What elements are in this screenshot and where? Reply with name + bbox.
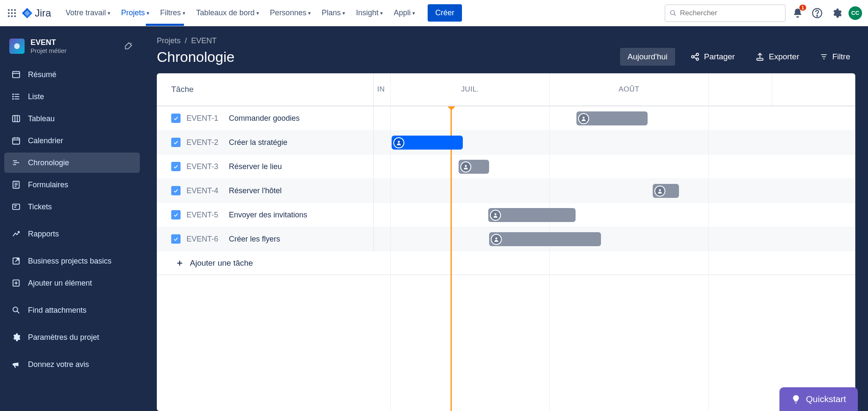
filter-button[interactable]: Filtre: [815, 49, 855, 65]
search-icon: [670, 9, 676, 17]
task-checkbox[interactable]: [171, 114, 181, 123]
assignee-avatar[interactable]: [491, 234, 502, 245]
export-button[interactable]: Exporter: [750, 49, 804, 65]
create-button[interactable]: Créer: [428, 4, 462, 22]
sidebar-item-feedback[interactable]: Donnez votre avis: [4, 354, 140, 375]
gear-icon: [11, 332, 21, 342]
svg-point-21: [13, 99, 14, 100]
chevron-down-icon: ▾: [308, 10, 311, 16]
chevron-down-icon: ▾: [183, 10, 185, 16]
breadcrumb-root[interactable]: Projets: [157, 36, 181, 45]
timeline-bar[interactable]: [459, 160, 489, 174]
summary-icon: [11, 69, 21, 80]
svg-point-13: [14, 43, 19, 49]
nav-insight[interactable]: Insight▾: [352, 6, 387, 20]
sidebar-item-project-settings[interactable]: Paramètres du projet: [4, 327, 140, 347]
timeline-bar[interactable]: [576, 111, 648, 125]
assignee-avatar[interactable]: [460, 161, 471, 172]
help-button[interactable]: [810, 6, 825, 21]
assignee-avatar[interactable]: [654, 186, 665, 197]
svg-rect-50: [757, 58, 763, 61]
task-checkbox[interactable]: [171, 162, 181, 171]
nav-plans[interactable]: Plans▾: [317, 6, 349, 20]
today-button[interactable]: Aujourd'hui: [620, 48, 675, 66]
task-row[interactable]: EVENT-2Créer la stratégie: [157, 131, 855, 155]
app-switcher-icon[interactable]: [6, 7, 18, 19]
chevron-down-icon: ▾: [256, 10, 259, 16]
breadcrumb-project[interactable]: EVENT: [191, 36, 217, 45]
nav-filters[interactable]: Filtres▾: [156, 6, 189, 20]
search-box[interactable]: [665, 4, 786, 22]
assignee-avatar[interactable]: [393, 137, 404, 148]
sidebar-item-list[interactable]: Liste: [4, 86, 140, 107]
jira-logo[interactable]: Jira: [21, 7, 51, 19]
plus-icon: [175, 259, 184, 267]
logo-text: Jira: [35, 7, 51, 19]
task-key: EVENT-5: [186, 211, 223, 219]
task-row[interactable]: EVENT-1Commander goodies: [157, 106, 855, 131]
settings-button[interactable]: [829, 6, 844, 21]
search-icon: [11, 305, 21, 315]
task-title: Créer la stratégie: [229, 138, 287, 147]
sidebar-item-board[interactable]: Tableau: [4, 108, 140, 129]
sidebar-item-shortcut[interactable]: Business projects basics: [4, 251, 140, 271]
chevron-down-icon: ▾: [380, 10, 383, 16]
svg-point-20: [13, 96, 14, 97]
sidebar-item-tickets[interactable]: Tickets: [4, 197, 140, 217]
task-key: EVENT-3: [186, 162, 223, 171]
task-row[interactable]: EVENT-3Réserver le lieu: [157, 155, 855, 179]
timeline-panel: Tâche IN JUIL. AOÛT EVENT-1Commander goo…: [157, 73, 855, 411]
board-icon: [11, 114, 21, 124]
sidebar-item-timeline[interactable]: Chronologie: [4, 153, 140, 173]
nav-projects[interactable]: Projets▾: [117, 6, 153, 20]
timeline-bar[interactable]: [489, 232, 601, 246]
nav-your-work[interactable]: Votre travail▾: [61, 6, 114, 20]
task-title: Réserver l'hôtel: [229, 186, 282, 195]
sidebar-item-calendar[interactable]: Calendrier: [4, 131, 140, 151]
add-task-button[interactable]: Ajouter une tâche: [157, 258, 374, 268]
task-row[interactable]: EVENT-5Envoyer des invitations: [157, 203, 855, 227]
search-input[interactable]: [680, 9, 781, 17]
task-column-header: Tâche: [157, 73, 374, 106]
svg-rect-6: [8, 15, 10, 17]
project-paint-icon[interactable]: [123, 40, 135, 52]
list-icon: [11, 92, 21, 102]
user-avatar[interactable]: CC: [849, 6, 862, 20]
timeline-bar[interactable]: [653, 184, 679, 198]
task-key: EVENT-6: [186, 235, 223, 244]
assignee-avatar[interactable]: [490, 210, 501, 221]
notifications-button[interactable]: 1: [790, 6, 805, 21]
sidebar-item-find-attachments[interactable]: Find attachments: [4, 300, 140, 320]
task-title: Commander goodies: [229, 114, 300, 123]
task-checkbox[interactable]: [171, 186, 181, 195]
lightbulb-icon: [791, 394, 801, 404]
task-checkbox[interactable]: [171, 210, 181, 219]
sidebar-item-add-element[interactable]: Ajouter un élément: [4, 273, 140, 293]
task-row[interactable]: EVENT-4Réserver l'hôtel: [157, 179, 855, 203]
sidebar-item-summary[interactable]: Résumé: [4, 64, 140, 85]
svg-line-49: [694, 57, 696, 59]
task-checkbox[interactable]: [171, 234, 181, 244]
svg-point-58: [495, 213, 497, 215]
svg-point-55: [398, 141, 400, 143]
notification-badge: 1: [799, 5, 806, 11]
nav-people[interactable]: Personnes▾: [266, 6, 315, 20]
tickets-icon: [11, 202, 21, 212]
quickstart-button[interactable]: Quickstart: [779, 387, 858, 411]
sidebar-item-reports[interactable]: Rapports: [4, 224, 140, 244]
task-checkbox[interactable]: [171, 138, 181, 147]
share-button[interactable]: Partager: [685, 49, 740, 65]
chevron-down-icon: ▾: [342, 10, 345, 16]
assignee-avatar[interactable]: [578, 113, 589, 124]
timeline-bar[interactable]: [488, 208, 576, 222]
nav-dashboards[interactable]: Tableaux de bord▾: [192, 6, 263, 20]
chevron-down-icon: ▾: [412, 10, 415, 16]
task-row[interactable]: EVENT-6Créer les flyers: [157, 227, 855, 251]
svg-rect-8: [14, 15, 16, 17]
sidebar-item-forms[interactable]: Formulaires: [4, 175, 140, 195]
svg-rect-5: [14, 12, 16, 14]
export-icon: [755, 52, 765, 61]
forms-icon: [11, 180, 21, 190]
timeline-bar[interactable]: [392, 136, 463, 150]
nav-apps[interactable]: Appli▾: [389, 6, 419, 20]
